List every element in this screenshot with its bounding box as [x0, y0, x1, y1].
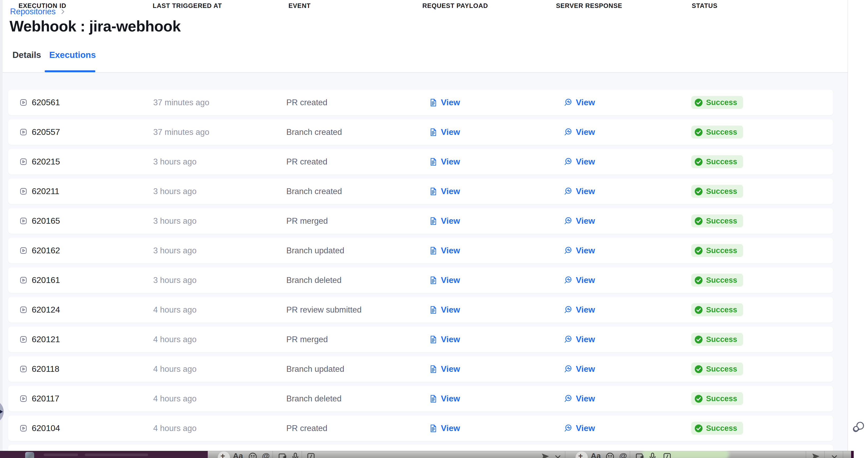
request-payload-view-link[interactable]: View	[429, 178, 460, 204]
execution-id-cell: 620118	[19, 356, 59, 382]
execution-id: 620117	[32, 394, 59, 403]
send-icon[interactable]	[811, 452, 820, 458]
execution-play-icon	[19, 187, 28, 195]
status-label: Success	[706, 276, 737, 285]
column-header-event: EVENT	[288, 2, 311, 9]
plus-icon[interactable]: +	[578, 451, 583, 458]
status-cell: Success	[691, 90, 743, 115]
slash-command-icon[interactable]	[306, 452, 316, 458]
table-row: 620215 3 hours ago PR created View View	[8, 149, 833, 174]
last-triggered-cell: 37 minutes ago	[153, 119, 209, 145]
column-header-status: STATUS	[692, 2, 717, 9]
request-payload-view-link[interactable]: View	[429, 267, 460, 293]
search-activity-icon	[564, 217, 573, 226]
status-cell: Success	[691, 149, 743, 174]
view-label: View	[441, 98, 460, 107]
check-circle-icon	[694, 335, 703, 344]
request-payload-view-link[interactable]: View	[429, 90, 460, 115]
server-response-view-link[interactable]: View	[564, 119, 595, 145]
request-payload-view-link[interactable]: View	[429, 297, 460, 323]
executions-table: 620561 37 minutes ago PR created View Vi…	[3, 73, 848, 451]
search-activity-icon	[564, 305, 573, 315]
server-response-view-link[interactable]: View	[564, 208, 595, 234]
view-label: View	[576, 423, 595, 433]
last-triggered-cell: 4 hours ago	[153, 386, 197, 412]
view-label: View	[441, 246, 460, 256]
request-payload-view-link[interactable]: View	[429, 208, 460, 234]
server-response-view-link[interactable]: View	[564, 238, 595, 263]
view-label: View	[576, 275, 595, 285]
server-response-view-link[interactable]: View	[564, 90, 595, 115]
status-label: Success	[706, 187, 737, 196]
view-label: View	[441, 127, 460, 137]
view-label: View	[441, 157, 460, 167]
request-payload-view-link[interactable]: View	[429, 416, 460, 441]
slash-command-icon[interactable]	[662, 452, 672, 458]
execution-id-cell: 620561	[19, 90, 60, 115]
mic-icon[interactable]	[290, 452, 300, 458]
server-response-view-link[interactable]: View	[564, 297, 595, 323]
view-label: View	[576, 364, 595, 374]
tab-executions[interactable]: Executions	[49, 50, 96, 60]
table-row: 620561 37 minutes ago PR created View Vi…	[8, 90, 833, 115]
status-cell: Success	[691, 178, 743, 204]
format-icon[interactable]: Aa	[233, 451, 243, 458]
mic-icon[interactable]	[648, 452, 657, 458]
view-label: View	[441, 305, 460, 315]
mention-icon[interactable]: @	[262, 451, 270, 458]
status-badge: Success	[691, 363, 743, 375]
search-activity-icon	[564, 424, 573, 433]
execution-id-cell: 620215	[19, 149, 60, 174]
execution-play-icon	[19, 128, 28, 136]
execution-id: 620561	[32, 98, 60, 107]
format-icon[interactable]: Aa	[591, 451, 601, 458]
server-response-view-link[interactable]: View	[564, 149, 595, 174]
view-label: View	[576, 394, 595, 403]
request-payload-view-link[interactable]: View	[429, 327, 460, 352]
document-icon	[429, 128, 438, 137]
server-response-view-link[interactable]: View	[564, 178, 595, 204]
execution-play-icon	[19, 276, 28, 284]
status-label: Success	[706, 394, 737, 403]
media-icon[interactable]	[635, 452, 645, 458]
server-response-view-link[interactable]: View	[564, 356, 595, 382]
server-response-view-link[interactable]: View	[564, 416, 595, 441]
status-cell: Success	[691, 356, 743, 382]
send-icon[interactable]	[541, 452, 550, 458]
status-label: Success	[706, 335, 737, 344]
feedback-chat-icon[interactable]	[852, 421, 865, 434]
chevron-down-icon[interactable]	[830, 452, 839, 458]
request-payload-view-link[interactable]: View	[429, 149, 460, 174]
page-header: Repositories Webhook : jira-webhook Deta…	[3, 0, 848, 73]
request-payload-view-link[interactable]: View	[429, 356, 460, 382]
server-response-view-link[interactable]: View	[564, 327, 595, 352]
view-label: View	[576, 98, 595, 107]
event-cell: PR merged	[286, 208, 328, 234]
column-header-request-payload: REQUEST PAYLOAD	[422, 2, 488, 9]
check-circle-icon	[694, 158, 703, 166]
request-payload-view-link[interactable]: View	[429, 119, 460, 145]
request-payload-view-link[interactable]: View	[429, 238, 460, 263]
table-row: 620165 3 hours ago PR merged View View	[8, 208, 833, 234]
request-payload-view-link[interactable]: View	[429, 386, 460, 412]
status-badge: Success	[691, 244, 743, 257]
check-circle-icon	[694, 217, 703, 225]
execution-id-cell: 620211	[19, 178, 59, 204]
emoji-icon[interactable]	[248, 452, 257, 458]
media-icon[interactable]	[278, 452, 287, 458]
status-badge: Success	[691, 422, 743, 435]
server-response-view-link[interactable]: View	[564, 267, 595, 293]
event-cell: Branch created	[286, 119, 342, 145]
column-header-last-triggered: LAST TRIGGERED AT	[153, 2, 222, 9]
event-cell: Branch created	[286, 178, 342, 204]
search-activity-icon	[564, 246, 573, 255]
table-row: 620121 4 hours ago PR merged View View	[8, 327, 833, 352]
last-triggered-cell: 3 hours ago	[153, 178, 197, 204]
mention-icon[interactable]: @	[619, 451, 627, 458]
search-activity-icon	[564, 98, 573, 107]
plus-icon[interactable]: +	[220, 451, 225, 458]
chevron-down-icon[interactable]	[553, 452, 563, 458]
emoji-icon[interactable]	[605, 452, 615, 458]
tab-details[interactable]: Details	[12, 50, 41, 60]
server-response-view-link[interactable]: View	[564, 386, 595, 412]
